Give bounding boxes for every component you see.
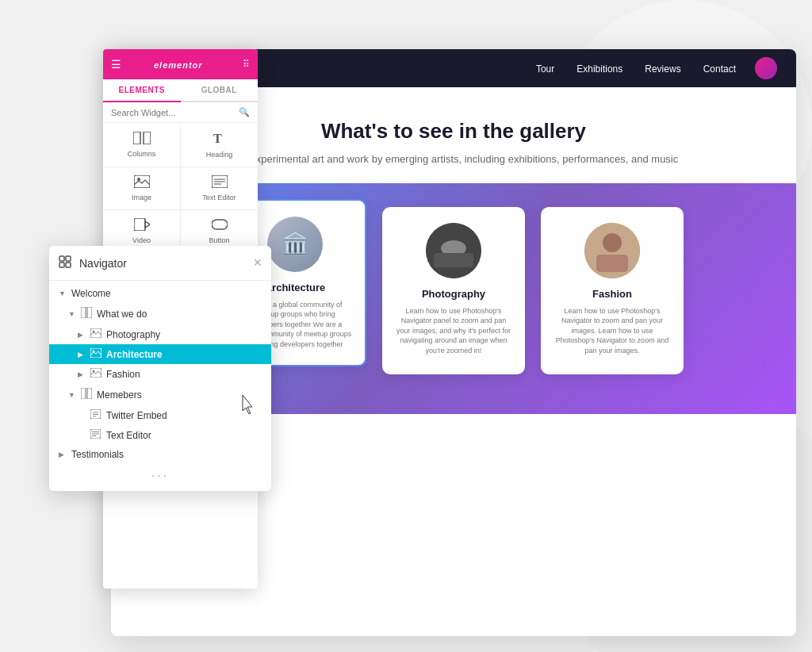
nav-toggle-what-we-do: ▼ — [68, 310, 78, 318]
nav-item-testimonials[interactable]: ▶ Testimonials — [49, 445, 271, 464]
site-hero-subtitle: See experimental art and work by emergin… — [174, 151, 733, 167]
svg-rect-32 — [87, 388, 92, 399]
twitter-icon — [90, 409, 103, 421]
nav-link-tour[interactable]: Tour — [536, 63, 554, 75]
image-icon-architecture — [90, 348, 103, 360]
text-editor-icon — [212, 175, 228, 190]
svg-rect-16 — [134, 218, 145, 231]
navigator-header: Navigator × — [49, 246, 271, 281]
button-icon — [212, 218, 228, 233]
nav-item-twitter-embed[interactable]: ▶ Twitter Embed — [49, 405, 271, 425]
site-user-avatar[interactable] — [755, 57, 777, 79]
tab-global[interactable]: GLOBAL — [181, 79, 259, 101]
nav-toggle-memebers: ▼ — [68, 391, 78, 399]
nav-item-fashion-label: Fashion — [106, 369, 140, 380]
elementor-tabs: ELEMENTS GLOBAL — [103, 79, 258, 102]
widget-columns-label: Columns — [128, 150, 156, 158]
nav-link-exhibitions[interactable]: Exhibitions — [576, 63, 622, 75]
svg-rect-21 — [59, 263, 64, 267]
svg-rect-31 — [81, 388, 86, 399]
nav-item-text-editor[interactable]: ▶ Text Editor — [49, 425, 271, 445]
elementor-logo: elementor — [154, 58, 211, 71]
video-icon — [134, 218, 150, 233]
svg-rect-22 — [66, 263, 71, 267]
svg-rect-5 — [596, 255, 628, 272]
site-nav-links: Tour Exhibitions Reviews Contact — [536, 61, 736, 75]
hamburger-icon[interactable]: ☰ — [111, 58, 121, 71]
card-img-photography — [426, 223, 481, 278]
nav-expand-icon[interactable] — [59, 255, 71, 271]
nav-link-contact[interactable]: Contact — [703, 63, 736, 75]
widget-text-editor[interactable]: Text Editor — [181, 167, 258, 209]
card-img-architecture: 🏛️ — [267, 217, 323, 272]
widget-video-label: Video — [132, 236, 151, 244]
columns-icon — [133, 132, 151, 147]
image-icon-fashion — [90, 368, 103, 380]
card-photography: Photography Learn how to use Photoshop's… — [382, 207, 525, 375]
search-bar: 🔍 — [103, 102, 258, 123]
heading-icon: T — [213, 131, 227, 148]
svg-rect-7 — [133, 132, 140, 144]
svg-rect-2 — [434, 253, 473, 267]
card-fashion: Fashion Learn how to use Photoshop's Nav… — [541, 207, 684, 375]
widget-image-label: Image — [132, 194, 151, 201]
nav-toggle-welcome: ▼ — [59, 290, 68, 297]
widget-text-editor-label: Text Editor — [202, 194, 236, 201]
svg-rect-19 — [59, 256, 64, 261]
search-input[interactable] — [111, 108, 239, 117]
navigator-title: Navigator — [79, 257, 253, 270]
widget-columns[interactable]: Columns — [103, 123, 180, 167]
card-desc-photography: Learn how to use Photoshop's Navigator p… — [395, 306, 512, 356]
svg-text:elementor: elementor — [154, 60, 203, 70]
nav-item-what-we-do[interactable]: ▼ What we do — [49, 303, 271, 324]
nav-item-fashion[interactable]: ▶ Fashion — [49, 364, 271, 384]
nav-toggle-photography: ▶ — [78, 331, 87, 339]
nav-item-memebers-label: Memebers — [97, 389, 142, 401]
svg-rect-18 — [212, 220, 228, 229]
widget-heading[interactable]: T Heading — [181, 123, 258, 167]
widget-image[interactable]: Image — [103, 167, 180, 209]
nav-tree: ▼ Welcome ▼ What we do ▶ Photography ▶ A… — [49, 281, 271, 491]
widgets-grid: Columns T Heading Image Text Editor — [103, 123, 258, 252]
nav-item-twitter-embed-label: Twitter Embed — [106, 410, 167, 421]
svg-marker-17 — [145, 221, 150, 228]
section-icon-what-we-do — [81, 307, 94, 320]
nav-item-welcome-label: Welcome — [71, 288, 111, 299]
image-icon-photography — [90, 328, 103, 340]
nav-toggle-testimonials: ▶ — [59, 451, 68, 458]
svg-rect-20 — [66, 256, 71, 261]
svg-rect-23 — [81, 307, 86, 318]
nav-link-reviews[interactable]: Reviews — [645, 63, 680, 75]
nav-item-memebers[interactable]: ▼ Memebers — [49, 384, 271, 405]
card-desc-fashion: Learn how to use Photoshop's Navigator t… — [553, 306, 671, 356]
grid-icon[interactable]: ⠿ — [243, 59, 250, 70]
image-icon — [134, 175, 150, 190]
svg-rect-10 — [134, 175, 150, 188]
nav-item-architecture-label: Architecture — [106, 349, 163, 360]
search-icon: 🔍 — [239, 107, 250, 117]
widget-button-label: Button — [209, 236, 229, 244]
card-title-fashion: Fashion — [553, 288, 671, 300]
nav-item-photography-label: Photography — [106, 329, 160, 340]
card-title-photography: Photography — [395, 288, 512, 300]
svg-point-4 — [603, 233, 622, 252]
nav-item-testimonials-label: Testimonials — [71, 449, 124, 460]
nav-item-text-editor-label: Text Editor — [106, 430, 151, 441]
svg-text:T: T — [213, 132, 222, 145]
navigator-close-button[interactable]: × — [253, 255, 262, 271]
nav-toggle-fashion: ▶ — [78, 370, 87, 378]
card-img-fashion — [584, 223, 640, 278]
widget-heading-label: Heading — [206, 151, 233, 159]
nav-item-welcome[interactable]: ▼ Welcome — [49, 284, 271, 303]
nav-more-indicator: ··· — [49, 464, 271, 488]
tab-elements[interactable]: ELEMENTS — [103, 79, 181, 102]
site-hero-title: What's to see in the gallery — [174, 119, 733, 144]
nav-item-photography[interactable]: ▶ Photography — [49, 324, 271, 344]
nav-item-what-we-do-label: What we do — [97, 309, 147, 320]
text-editor-nav-icon — [90, 429, 103, 441]
svg-rect-24 — [87, 307, 92, 318]
svg-rect-8 — [144, 132, 151, 144]
nav-item-architecture[interactable]: ▶ Architecture — [49, 344, 271, 364]
nav-toggle-architecture: ▶ — [78, 351, 87, 359]
navigator-panel: Navigator × ▼ Welcome ▼ What we do ▶ Pho… — [49, 246, 271, 491]
